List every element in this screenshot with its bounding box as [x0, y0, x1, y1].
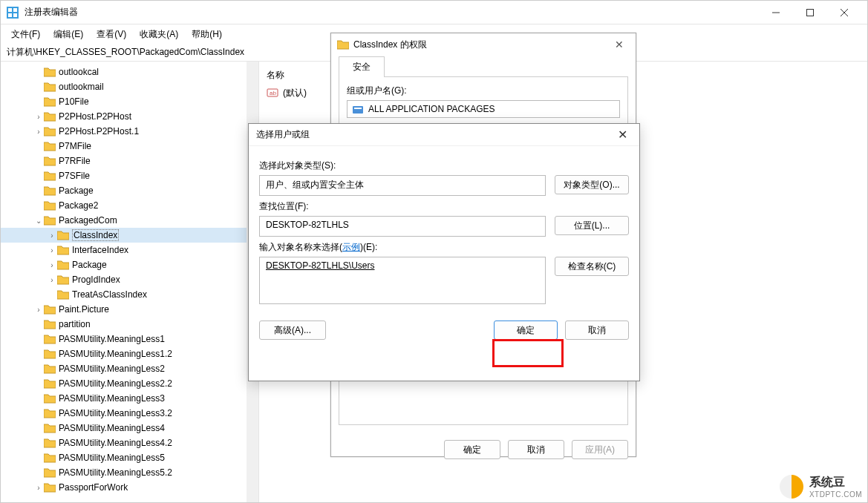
tree-panel[interactable]: outlookcaloutlookmailP10File›P2PHost.P2P…	[1, 62, 259, 502]
watermark-logo-icon	[780, 475, 803, 499]
perm-ok-button[interactable]: 确定	[444, 440, 500, 459]
titlebar: 注册表编辑器	[1, 1, 867, 24]
tree-item-label: TreatAsClassIndex	[72, 289, 147, 300]
svg-rect-2	[8, 13, 12, 17]
perm-title: ClassIndex 的权限	[353, 39, 427, 51]
object-type-button[interactable]: 对象类型(O)...	[555, 175, 629, 194]
chevron-right-icon[interactable]: ›	[47, 246, 57, 254]
watermark-name: 系统豆	[809, 475, 862, 490]
perm-cancel-button[interactable]: 取消	[508, 440, 564, 459]
menu-favorites[interactable]: 收藏夹(A)	[134, 26, 184, 43]
tree-item[interactable]: ›PassportForWork	[1, 480, 258, 495]
maximize-button[interactable]	[793, 1, 827, 24]
perm-close-button[interactable]: ✕	[609, 39, 630, 50]
tree-item-label: PASMUtility.MeaningLess3	[59, 393, 165, 404]
svg-text:ab: ab	[270, 90, 276, 96]
tree-item-label: ClassIndex	[72, 229, 119, 241]
chevron-right-icon[interactable]: ›	[33, 128, 44, 136]
tree-item[interactable]: PASMUtility.MeaningLess1	[1, 332, 258, 346]
object-type-field[interactable]: 用户、组或内置安全主体	[259, 175, 546, 196]
select-titlebar[interactable]: 选择用户或组 ✕	[249, 124, 639, 146]
minimize-button[interactable]	[759, 1, 793, 24]
tree-item[interactable]: PASMUtility.MeaningLess2.2	[1, 376, 258, 391]
chevron-down-icon[interactable]: ⌄	[33, 217, 44, 225]
tree-item[interactable]: PASMUtility.MeaningLess3.2	[1, 406, 258, 421]
tree-item-label: Paint.Picture	[59, 304, 109, 315]
tree-item[interactable]: ›InterfaceIndex	[1, 243, 258, 257]
tree-item[interactable]: outlookmail	[1, 79, 258, 94]
tree-item[interactable]: Package2	[1, 198, 258, 213]
folder-icon	[44, 453, 56, 463]
tree-item-label: P2PHost.P2PHost	[59, 111, 131, 122]
tree-item[interactable]: PASMUtility.MeaningLess2	[1, 361, 258, 376]
menu-view[interactable]: 查看(V)	[91, 26, 132, 43]
select-cancel-button[interactable]: 取消	[565, 320, 629, 340]
advanced-button[interactable]: 高级(A)...	[259, 320, 326, 340]
tree-item[interactable]: outlookcal	[1, 65, 258, 79]
chevron-right-icon[interactable]: ›	[47, 231, 57, 240]
enter-names-label: 输入对象名称来选择(示例)(E):	[259, 241, 629, 254]
tree-item[interactable]: P7RFile	[1, 154, 258, 168]
watermark: 系统豆 XTDPTC.COM	[780, 475, 862, 499]
object-names-input[interactable]: DESKTOP-82TLHLS\Users	[259, 257, 546, 304]
location-field[interactable]: DESKTOP-82TLHLS	[259, 216, 546, 237]
folder-icon	[44, 200, 56, 211]
tree-item-label: PASMUtility.MeaningLess5.2	[59, 467, 172, 478]
chevron-right-icon[interactable]: ›	[47, 261, 57, 269]
tree-item[interactable]: PASMUtility.MeaningLess5.2	[1, 465, 258, 480]
select-close-button[interactable]: ✕	[613, 128, 632, 142]
tree-item[interactable]: PASMUtility.MeaningLess5	[1, 450, 258, 465]
tree-item-label: PASMUtility.MeaningLess1	[59, 334, 165, 344]
tree-item-label: PASMUtility.MeaningLess4.2	[59, 438, 172, 448]
tree-item[interactable]: P7SFile	[1, 168, 258, 183]
tree-item[interactable]: Package	[1, 183, 258, 198]
location-button[interactable]: 位置(L)...	[555, 216, 629, 235]
menu-edit[interactable]: 编辑(E)	[48, 26, 89, 43]
close-button[interactable]	[827, 1, 861, 24]
svg-rect-11	[354, 108, 362, 109]
tree-item[interactable]: PASMUtility.MeaningLess4	[1, 421, 258, 435]
tree-item[interactable]: P10File	[1, 94, 258, 109]
tree-item[interactable]: ›Package	[1, 257, 258, 272]
folder-icon	[44, 364, 56, 374]
tree-item[interactable]: P7MFile	[1, 139, 258, 154]
tree-item-label: PASMUtility.MeaningLess5	[59, 453, 165, 463]
group-users-listbox[interactable]: ALL APPLICATION PACKAGES	[347, 100, 620, 118]
chevron-right-icon[interactable]: ›	[33, 484, 44, 492]
folder-icon	[57, 260, 69, 270]
tree-item[interactable]: ›ProgIdIndex	[1, 272, 258, 287]
folder-icon	[44, 185, 56, 196]
enter-label-post: )(E):	[360, 242, 377, 252]
chevron-right-icon[interactable]: ›	[33, 306, 44, 314]
menu-help[interactable]: 帮助(H)	[186, 26, 228, 43]
folder-icon	[44, 126, 56, 137]
folder-icon	[44, 304, 56, 315]
svg-rect-10	[353, 106, 363, 114]
chevron-right-icon[interactable]: ›	[33, 113, 44, 121]
folder-icon	[44, 156, 56, 166]
tree-item[interactable]: ⌄PackagedCom	[1, 213, 258, 228]
folder-icon	[44, 96, 56, 107]
tree-item[interactable]: PASMUtility.MeaningLess4.2	[1, 435, 258, 450]
window-title: 注册表编辑器	[25, 6, 759, 19]
tree-item[interactable]: ›ClassIndex	[1, 228, 258, 243]
tree-item[interactable]: PASMUtility.MeaningLess3	[1, 391, 258, 406]
tree-item[interactable]: PASMUtility.MeaningLess1.2	[1, 346, 258, 361]
perm-buttons: 确定 取消 应用(A)	[331, 433, 636, 467]
example-link[interactable]: 示例	[342, 242, 360, 252]
folder-icon	[57, 245, 69, 255]
perm-apply-button[interactable]: 应用(A)	[572, 440, 628, 459]
location-label: 查找位置(F):	[259, 200, 629, 213]
check-names-button[interactable]: 检查名称(C)	[555, 257, 629, 276]
tree-item[interactable]: partition	[1, 317, 258, 332]
select-ok-button[interactable]: 确定	[494, 320, 558, 340]
chevron-right-icon[interactable]: ›	[47, 276, 57, 284]
perm-titlebar[interactable]: ClassIndex 的权限 ✕	[331, 33, 636, 56]
tree-item[interactable]: ›Paint.Picture	[1, 302, 258, 317]
tab-security[interactable]: 安全	[339, 56, 385, 77]
menu-file[interactable]: 文件(F)	[5, 26, 46, 43]
tree-item[interactable]: ›P2PHost.P2PHost.1	[1, 124, 258, 139]
tree-item[interactable]: ›P2PHost.P2PHost	[1, 109, 258, 124]
watermark-url: XTDPTC.COM	[809, 490, 862, 499]
tree-item[interactable]: TreatAsClassIndex	[1, 287, 258, 302]
